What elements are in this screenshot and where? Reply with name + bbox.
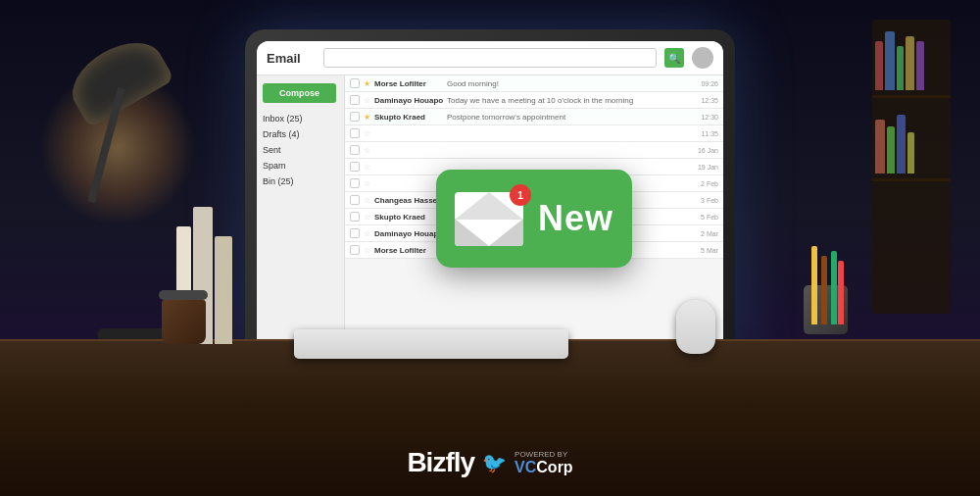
- pencil: [821, 256, 827, 324]
- email-sender: Skupto Kraed: [374, 213, 443, 222]
- table-row[interactable]: ★ Morse Lofilter Good morning! 09:26: [345, 75, 723, 92]
- sidebar-item-inbox[interactable]: Inbox (25): [263, 113, 338, 124]
- shelf-book: [906, 36, 914, 90]
- compose-button[interactable]: Compose: [263, 83, 336, 103]
- corp-text: Corp: [536, 459, 572, 475]
- star-icon[interactable]: ☆: [364, 213, 370, 222]
- shelf-book: [887, 126, 895, 174]
- table-row[interactable]: ☆ Daminayo Houapok Today we have a meeti…: [345, 92, 723, 109]
- sidebar-nav: Inbox (25) Drafts (4) Sent Spam Bin (25): [263, 113, 338, 187]
- envelope-flap-left: [455, 192, 489, 220]
- star-icon[interactable]: ☆: [364, 96, 370, 105]
- branding-section: Bizfly 🐦 powered by VCCorp: [407, 447, 572, 478]
- shelf-book: [907, 132, 914, 174]
- new-email-notification[interactable]: 1 New: [436, 170, 632, 268]
- email-time: 12:35: [701, 97, 718, 104]
- email-checkbox[interactable]: [350, 162, 360, 172]
- search-bar[interactable]: [323, 48, 657, 68]
- pencil: [838, 261, 844, 324]
- email-time: 09:26: [701, 80, 718, 87]
- email-time: 5 Feb: [701, 214, 718, 221]
- cup-body: [162, 300, 206, 344]
- sidebar-item-spam[interactable]: Spam: [263, 160, 338, 172]
- holder-container: [804, 285, 848, 334]
- email-sender: Daminayo Houapok: [374, 229, 443, 238]
- email-checkbox[interactable]: [350, 195, 360, 205]
- vc-text: VC: [514, 459, 536, 475]
- email-checkbox[interactable]: [350, 78, 360, 88]
- shelf-book: [875, 41, 883, 90]
- star-icon[interactable]: ☆: [364, 179, 370, 188]
- logo-bird-icon: 🐦: [482, 451, 507, 474]
- email-subject: Postpone tomorrow's appointment: [447, 113, 697, 122]
- email-time: 2 Mar: [701, 230, 718, 237]
- star-icon[interactable]: ☆: [364, 246, 370, 255]
- star-icon[interactable]: ★: [364, 113, 370, 122]
- email-checkbox[interactable]: [350, 145, 360, 155]
- monitor-bezel: Email 🔍 Compose Inbox (25) Drafts (4) Se…: [257, 41, 723, 361]
- sidebar-item-sent[interactable]: Sent: [263, 144, 338, 156]
- table-row[interactable]: ☆ 16 Jan: [345, 142, 723, 159]
- email-time: 12:30: [701, 114, 718, 121]
- coffee-cup: [162, 290, 206, 344]
- mouse: [676, 300, 715, 354]
- email-checkbox[interactable]: [350, 178, 360, 188]
- table-row[interactable]: ★ Skupto Kraed Postpone tomorrow's appoi…: [345, 109, 723, 125]
- email-time: 5 Mar: [701, 247, 718, 254]
- keyboard: [294, 329, 568, 359]
- bizfly-logo-text: Bizfly: [407, 447, 474, 478]
- bookshelf: [872, 20, 951, 314]
- email-checkbox[interactable]: [350, 245, 360, 255]
- cup-lid: [159, 290, 208, 300]
- email-time: 2 Feb: [701, 180, 718, 187]
- envelope-wrapper: 1: [455, 192, 523, 246]
- shelf-book: [897, 46, 904, 90]
- pencil: [831, 251, 837, 324]
- email-checkbox[interactable]: [350, 228, 360, 238]
- email-time: 19 Jan: [698, 164, 718, 171]
- email-checkbox[interactable]: [350, 212, 360, 222]
- email-time: 11:35: [701, 130, 718, 137]
- email-sender: Morse Lofilter: [374, 79, 443, 88]
- email-sidebar: Compose Inbox (25) Drafts (4) Sent Spam …: [257, 75, 345, 361]
- shelf-book: [875, 120, 885, 174]
- star-icon[interactable]: ☆: [364, 129, 370, 138]
- pencil-holder: [804, 285, 853, 344]
- book: [215, 236, 232, 344]
- star-icon[interactable]: ☆: [364, 146, 370, 155]
- envelope-bottom-left: [455, 219, 489, 246]
- new-label: New: [538, 198, 613, 239]
- email-sender: Changeas Hassewod: [374, 196, 443, 205]
- shelf-row-top: [872, 20, 951, 98]
- table-row[interactable]: ☆ 11:35: [345, 125, 723, 142]
- shelf-book: [885, 31, 895, 90]
- email-time: 3 Feb: [701, 197, 718, 204]
- star-icon[interactable]: ☆: [364, 163, 370, 172]
- email-list: ★ Morse Lofilter Good morning! 09:26 ☆ D…: [345, 75, 723, 361]
- email-app-title: Email: [267, 51, 316, 66]
- email-checkbox[interactable]: [350, 112, 360, 122]
- email-sender: Skupto Kraed: [374, 113, 443, 122]
- email-checkbox[interactable]: [350, 128, 360, 138]
- email-subject: Good morning!: [447, 79, 697, 88]
- powered-by-section: powered by VCCorp: [514, 450, 573, 476]
- email-screen: Email 🔍 Compose Inbox (25) Drafts (4) Se…: [257, 41, 723, 361]
- search-icon[interactable]: 🔍: [664, 48, 684, 68]
- email-subject: Today we have a meeting at 10 o'clock in…: [447, 96, 697, 105]
- sidebar-item-drafts[interactable]: Drafts (4): [263, 128, 338, 140]
- email-body: Compose Inbox (25) Drafts (4) Sent Spam …: [257, 75, 723, 361]
- email-sender: Morse Lofilter: [374, 246, 443, 255]
- user-avatar[interactable]: [692, 47, 713, 69]
- star-icon[interactable]: ★: [364, 79, 370, 88]
- vccorp-logo-text: VCCorp: [514, 459, 573, 476]
- shelf-row-bottom: [872, 103, 951, 181]
- sidebar-item-bin[interactable]: Bin (25): [263, 175, 338, 187]
- email-header: Email 🔍: [257, 41, 723, 75]
- notification-badge: 1: [510, 184, 531, 206]
- star-icon[interactable]: ☆: [364, 196, 370, 205]
- star-icon[interactable]: ☆: [364, 229, 370, 238]
- powered-by-label: powered by: [514, 450, 567, 459]
- shelf-book: [916, 41, 924, 90]
- email-checkbox[interactable]: [350, 95, 360, 105]
- monitor-screen-outer: Email 🔍 Compose Inbox (25) Drafts (4) Se…: [245, 29, 735, 372]
